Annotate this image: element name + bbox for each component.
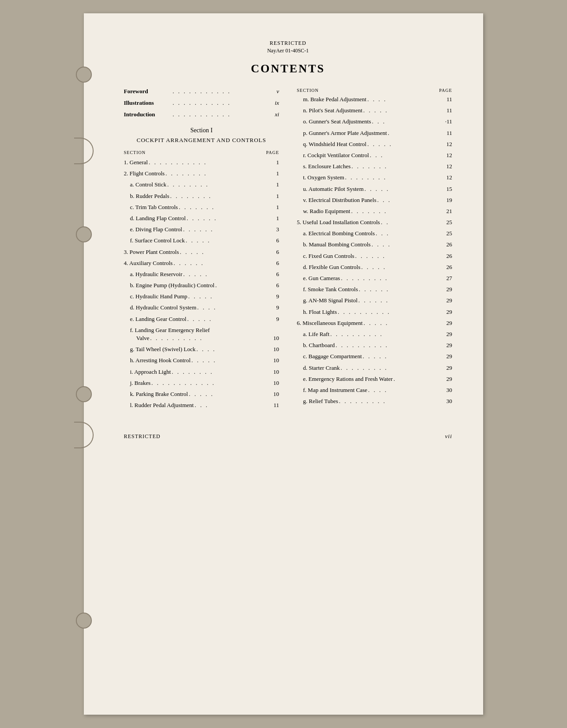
row-page: 29: [439, 330, 452, 338]
right-row-g-relief-tubes: g. Relief Tubes . . . . . . . . . 30: [297, 397, 452, 405]
row-dots: . . . . .: [187, 293, 264, 301]
right-row-e-emergency-rations: e. Emergency Rations and Fresh Water . 2…: [297, 375, 452, 383]
row-page: ·11: [439, 118, 452, 126]
row-dots: . . . . . .: [358, 297, 439, 305]
toc-entry-introduction: Introduction . . . . . . . . . . . xi: [124, 111, 279, 118]
row-page: 9: [264, 315, 279, 323]
row-dots: . . . .: [366, 95, 439, 103]
right-row-w-radio-equipment: w. Radio Equipment . . . . . . . 21: [297, 207, 452, 215]
row-page: 11: [264, 401, 279, 409]
left-row-l-rudder-pedal-adj: l. Rudder Pedal Adjustment . . . 11: [124, 401, 279, 409]
row-page: 11: [439, 129, 452, 137]
row-page: 1: [264, 192, 279, 200]
row-dots: . . . . . . . . .: [338, 397, 439, 405]
row-label: 2. Flight Controls: [124, 170, 165, 178]
row-page: 11: [439, 95, 452, 103]
row-label: 4. Auxiliary Controls: [124, 259, 173, 267]
row-dots: . . . . . . . . . . .: [148, 158, 264, 166]
row-dots: . . . . . . . .: [166, 181, 264, 189]
toc-entry-illustrations: Illustrations . . . . . . . . . . . ix: [124, 99, 279, 107]
row-label: a. Hydraulic Reservoir: [130, 270, 182, 278]
right-row-o-gunners-seat: o. Gunner's Seat Adjustments . . . ·11: [297, 118, 452, 126]
row-label: f. Map and Instrument Case: [303, 386, 367, 394]
row-label: d. Landing Flap Control: [130, 214, 186, 222]
left-row-j-brakes: j. Brakes . . . . . . . . . . . . 10: [124, 379, 279, 387]
row-page: 12: [439, 151, 452, 159]
row-page: 10: [264, 368, 279, 376]
footer-page-number: vii: [445, 433, 452, 440]
row-label: a. Electrical Bombing Controls: [303, 229, 375, 237]
row-label: v. Electrical Distribution Panels: [303, 196, 376, 204]
row-page: 29: [439, 364, 452, 372]
row-dots: . . . . .: [362, 319, 439, 327]
row-page: 6: [264, 248, 279, 256]
row-page: 9: [264, 304, 279, 312]
row-label: u. Automatic Pilot System: [303, 185, 364, 193]
left-row-2-flight-controls: 2. Flight Controls . . . . . . . . 1: [124, 170, 279, 178]
right-row-b-manual-bombing: b. Manual Bombing Controls . . . . 26: [297, 241, 452, 249]
row-page: 26: [439, 241, 452, 249]
left-row-f-landing-gear-emergency: f. Landing Gear Emergency Relief Valve .…: [124, 326, 279, 342]
row-page: 1: [264, 158, 279, 166]
row-page: 10: [264, 356, 279, 364]
row-dots: . . . .: [196, 345, 264, 353]
row-page: 21: [439, 207, 452, 215]
row-label: b. Rudder Pedals: [130, 192, 169, 200]
row-dots: . . .: [371, 118, 439, 126]
row-dots: . . . .: [370, 241, 439, 249]
row-dots: . . . .: [367, 386, 439, 394]
row-page: 15: [439, 185, 452, 193]
row-label: p. Gunner's Armor Plate Adjustment: [303, 129, 387, 137]
row-dots: . . . . .: [362, 107, 439, 115]
row-label: 1. General: [124, 158, 148, 166]
row-label: 3. Power Plant Controls: [124, 248, 179, 256]
row-page: 29: [439, 375, 452, 383]
row-label: c. Hydraulic Hand Pump: [130, 293, 187, 301]
row-dots: . . . . .: [179, 248, 264, 256]
right-row-r-cockpit-ventilator: r. Cockpit Ventilator Control . . . 12: [297, 151, 452, 159]
row-label: c. Baggage Compartment: [303, 352, 362, 360]
right-row-s-enclosure-latches: s. Enclosure Latches . . . . . . . 12: [297, 162, 452, 170]
right-column: Section Page m. Brake Pedal Adjustment .…: [297, 88, 452, 408]
header-restricted: RESTRICTED: [124, 40, 452, 47]
row-page: 6: [264, 237, 279, 245]
row-dots: . . . .: [197, 304, 264, 312]
row-label: e. Diving Flap Control: [130, 226, 182, 233]
row-label: h. Arresting Hook Control: [130, 356, 191, 364]
row-page: 12: [439, 162, 452, 170]
left-row-4-auxiliary: 4. Auxiliary Controls . . . . . . 6: [124, 259, 279, 267]
row-page: 19: [439, 196, 452, 204]
row-label: l. Rudder Pedal Adjustment: [130, 401, 194, 409]
row-page: 29: [439, 341, 452, 349]
punch-hole-3: [76, 386, 92, 402]
right-row-6-miscellaneous: 6. Miscellaneous Equipment . . . . . 29: [297, 319, 452, 327]
row-page: 6: [264, 270, 279, 278]
introduction-page: xi: [266, 111, 279, 118]
row-dots: . . . . . . .: [350, 207, 439, 215]
row-label: q. Windshield Heat Control: [303, 140, 366, 148]
row-dots: . . . . .: [186, 315, 264, 323]
section1-subheading: COCKPIT ARRANGEMENT AND CONTROLS: [124, 137, 279, 144]
row-label: g. Relief Tubes: [303, 397, 338, 405]
row-label: d. Hydraulic Control System: [130, 304, 197, 312]
introduction-label: Introduction: [124, 111, 173, 118]
right-row-t-oxygen-system: t. Oxygen System . . . . . . . . 12: [297, 174, 452, 182]
row-page: 10: [264, 390, 279, 398]
right-row-u-autopilot: u. Automatic Pilot System . . . . . 15: [297, 185, 452, 193]
right-row-n-pilot-seat: n. Pilot's Seat Adjustment . . . . . 11: [297, 107, 452, 115]
left-row-h-arresting-hook: h. Arresting Hook Control . . . . . 10: [124, 356, 279, 364]
row-label: f. Landing Gear Emergency Relief: [130, 326, 210, 334]
row-dots: . . . . .: [185, 237, 264, 245]
row-label: f. Surface Control Lock: [130, 237, 185, 245]
row-dots: . .: [380, 218, 439, 226]
right-col-page-label: Page: [437, 88, 452, 93]
row-label: a. Control Stick: [130, 181, 166, 189]
row-label: m. Brake Pedal Adjustment: [303, 95, 366, 103]
right-row-f-map-instrument-case: f. Map and Instrument Case . . . . 30: [297, 386, 452, 394]
illustrations-dots: . . . . . . . . . . .: [173, 99, 266, 107]
row-label: s. Enclosure Latches: [303, 162, 350, 170]
partial-circle-2: [74, 422, 94, 448]
row-page: 1: [264, 170, 279, 178]
row-dots: . . . . . . . . .: [340, 364, 439, 372]
row-page: 11: [439, 107, 452, 115]
